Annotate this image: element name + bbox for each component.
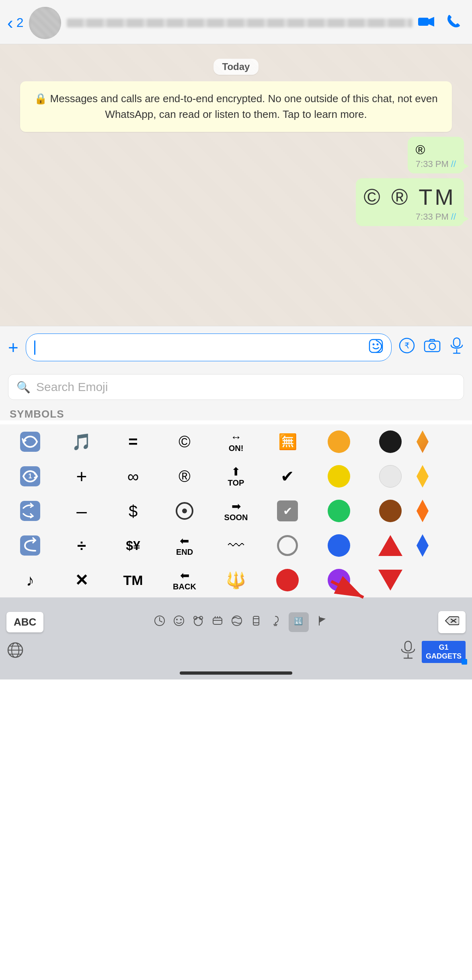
symbols-tab[interactable]: 🔣 — [289, 612, 309, 632]
header-actions — [418, 14, 461, 31]
svg-rect-31 — [253, 616, 259, 625]
emoji-cell[interactable] — [365, 459, 416, 494]
message-time-2: 7:33 PM — [416, 212, 449, 222]
emoji-cell[interactable]: 🈚 — [262, 424, 313, 459]
emoji-cell[interactable]: ✔ — [262, 459, 313, 494]
emoji-cell[interactable] — [417, 424, 429, 459]
svg-point-19 — [174, 616, 184, 626]
emoji-cell[interactable]: 🔱 — [211, 563, 261, 597]
delete-button[interactable] — [438, 611, 466, 633]
svg-rect-9 — [454, 338, 460, 347]
read-ticks-2: // — [451, 212, 456, 222]
encryption-info-bubble[interactable]: 🔒 Messages and calls are end-to-end encr… — [20, 81, 452, 132]
keyboard-mic-icon[interactable] — [400, 640, 416, 663]
emoji-cell[interactable]: + — [56, 459, 107, 494]
abc-button[interactable]: ABC — [6, 612, 43, 632]
symbols-section: SYMBOLS — [0, 404, 472, 420]
emoji-cell[interactable] — [5, 424, 55, 459]
chevron-left-icon: ‹ — [7, 13, 13, 33]
emoji-cell[interactable]: 1 — [5, 459, 55, 494]
activities-tab[interactable] — [231, 615, 243, 630]
emoji-cell[interactable] — [314, 424, 364, 459]
encryption-message: 🔒 Messages and calls are end-to-end encr… — [34, 93, 437, 120]
emoji-search-box[interactable]: 🔍 Search Emoji — [8, 374, 464, 400]
svg-rect-46 — [405, 641, 411, 651]
emoji-cell[interactable]: ➡ SOON — [211, 494, 261, 528]
sticker-icon[interactable] — [369, 339, 383, 356]
emoji-cell[interactable] — [417, 459, 429, 494]
emoji-cell[interactable] — [365, 528, 416, 563]
camera-icon[interactable] — [424, 339, 441, 356]
message-row: ® 7:33 PM // — [8, 137, 464, 173]
svg-point-20 — [176, 619, 178, 620]
emoji-cell[interactable]: ⬆ TOP — [211, 459, 261, 494]
message-input-field[interactable] — [26, 334, 392, 361]
smileys-tab[interactable] — [173, 615, 185, 630]
keyboard-extra-row: G1GADGETS — [0, 637, 472, 671]
emoji-cell[interactable] — [417, 563, 429, 597]
header: ‹ 2 — [0, 0, 472, 44]
emoji-cell[interactable] — [5, 494, 55, 528]
emoji-cell[interactable]: TM — [108, 563, 158, 597]
svg-point-3 — [373, 344, 375, 346]
emoji-cell[interactable] — [262, 563, 313, 597]
svg-point-21 — [180, 619, 182, 620]
emoji-cell[interactable]: ⬅ END — [159, 528, 210, 563]
food-tab[interactable] — [211, 615, 224, 630]
emoji-cell[interactable] — [417, 528, 429, 563]
recents-tab[interactable] — [154, 615, 166, 630]
message-input-area: + ₹ — [0, 326, 472, 369]
emoji-cell[interactable]: $¥ — [108, 528, 158, 563]
globe-icon[interactable] — [6, 641, 24, 663]
svg-point-8 — [429, 343, 435, 350]
avatar[interactable] — [29, 7, 61, 39]
emoji-cell[interactable]: ∞ — [108, 459, 158, 494]
payment-icon[interactable]: ₹ — [399, 338, 415, 357]
emoji-cell[interactable]: 〰 — [211, 528, 261, 563]
emoji-cell[interactable]: ✔ — [262, 494, 313, 528]
emoji-cell[interactable] — [5, 528, 55, 563]
emoji-cell[interactable] — [314, 494, 364, 528]
emoji-cell[interactable]: ® — [159, 459, 210, 494]
emoji-search-wrap: 🔍 Search Emoji — [0, 369, 472, 404]
emoji-cell[interactable] — [417, 494, 429, 528]
animals-tab[interactable] — [192, 615, 204, 630]
emoji-cell[interactable]: – — [56, 494, 107, 528]
search-icon: 🔍 — [16, 381, 31, 394]
emoji-cell[interactable]: ⬅ BACK — [159, 563, 210, 597]
emoji-cell[interactable]: ♪ — [5, 563, 55, 597]
message-bubble[interactable]: ® 7:33 PM // — [408, 137, 464, 173]
emoji-cell[interactable]: $ — [108, 494, 158, 528]
phone-call-icon[interactable] — [447, 14, 461, 31]
avatar-image — [29, 7, 61, 39]
travel-tab[interactable] — [250, 615, 262, 630]
voice-mic-icon[interactable] — [449, 337, 464, 358]
emoji-cell[interactable] — [314, 528, 364, 563]
emoji-cell[interactable]: © — [159, 424, 210, 459]
emoji-cell[interactable]: = — [108, 424, 158, 459]
text-cursor — [34, 340, 35, 355]
message-bubble-2[interactable]: © ® TM 7:33 PM // — [356, 178, 464, 226]
objects-tab[interactable] — [269, 615, 281, 630]
home-bar — [180, 671, 292, 675]
emoji-cell[interactable] — [365, 494, 416, 528]
svg-marker-38 — [319, 617, 326, 623]
message-row-2: © ® TM 7:33 PM // — [8, 178, 464, 226]
svg-text:1: 1 — [29, 473, 32, 480]
emoji-cell[interactable]: ↔ ON! — [211, 424, 261, 459]
add-attachment-button[interactable]: + — [8, 339, 18, 356]
emoji-cell[interactable]: ✕ — [56, 563, 107, 597]
flags-tab[interactable] — [316, 615, 328, 630]
emoji-cell[interactable] — [159, 494, 210, 528]
emoji-cell[interactable] — [314, 459, 364, 494]
emoji-cell[interactable]: ÷ — [56, 528, 107, 563]
chat-area: Today 🔒 Messages and calls are end-to-en… — [0, 44, 472, 326]
svg-point-4 — [377, 344, 379, 346]
video-call-icon[interactable] — [418, 14, 434, 31]
emoji-cell[interactable]: 🎵 — [56, 424, 107, 459]
emoji-cell[interactable] — [262, 528, 313, 563]
back-button[interactable]: ‹ 2 — [7, 13, 23, 33]
emoji-cell[interactable] — [365, 424, 416, 459]
contact-name[interactable] — [67, 19, 412, 27]
back-count: 2 — [16, 15, 24, 30]
